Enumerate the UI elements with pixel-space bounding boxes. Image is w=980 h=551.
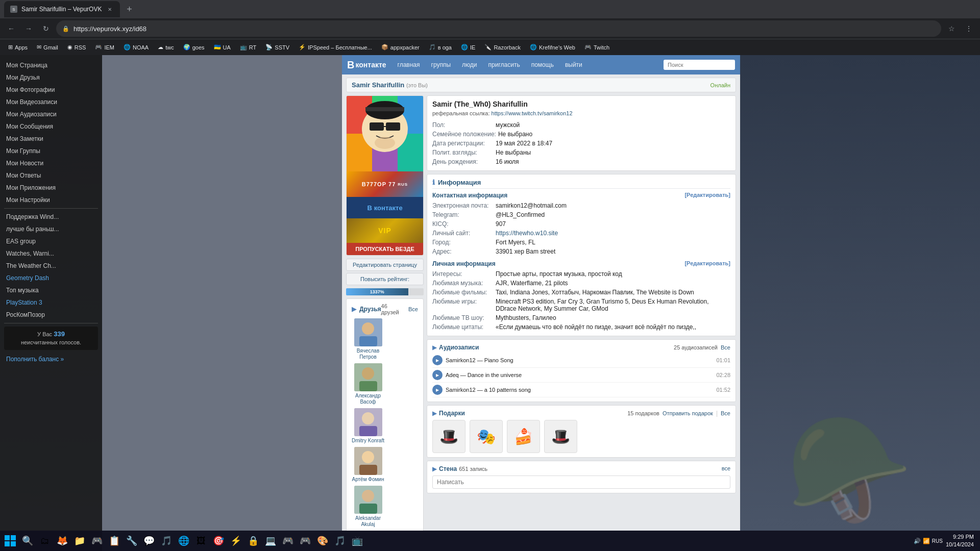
new-tab-button[interactable]: + <box>122 2 136 16</box>
sidebar-link-support[interactable]: Поддержка Wind... <box>0 211 102 223</box>
taskbar-lock-button[interactable]: 🔒 <box>245 533 261 549</box>
sidebar-link-geometry-dash[interactable]: Geometry Dash <box>0 272 102 284</box>
website-value[interactable]: https://thewho.w10.site <box>496 230 558 237</box>
refresh-button[interactable]: ↻ <box>39 21 53 36</box>
friend-item-4[interactable]: Артём Фомин <box>352 447 384 483</box>
profile-banner-pusk[interactable]: ПРОПУСКАТЬ ВЕЗДЕ <box>347 243 423 255</box>
contact-info-edit[interactable]: [Редактировать] <box>684 192 730 199</box>
bookmark-twitch[interactable]: 🎮 Twitch <box>580 42 614 52</box>
tab-close-button[interactable]: ✕ <box>106 5 114 13</box>
taskbar-search-button[interactable]: 🔍 <box>19 533 36 549</box>
friend-item-3[interactable]: Dmitry Konraft <box>352 408 384 444</box>
sidebar-item-answers[interactable]: Мои Ответы <box>0 169 102 182</box>
friend-item-5[interactable]: Aleksandar Akulaj <box>352 486 384 528</box>
forward-button[interactable]: → <box>21 21 36 36</box>
sidebar-link-roscom[interactable]: РосКомПозор <box>0 309 102 321</box>
taskbar-computer-button[interactable]: 💻 <box>262 533 279 549</box>
menu-button[interactable]: ⋮ <box>962 21 976 36</box>
sidebar-item-photos[interactable]: Мои Фотографии <box>0 84 102 96</box>
sidebar-item-my-page[interactable]: Моя Страница <box>0 59 102 71</box>
taskbar-folder-button[interactable]: 📁 <box>71 533 88 549</box>
vk-nav-logout[interactable]: выйти <box>560 59 587 70</box>
bookmark-ua[interactable]: 🇺🇦 UA <box>210 42 235 52</box>
vk-nav-home[interactable]: главная <box>393 59 425 70</box>
taskbar-power-button[interactable]: ⚡ <box>228 533 244 549</box>
sidebar-link-earlier[interactable]: лучше бы раньш... <box>0 223 102 235</box>
sidebar-item-settings[interactable]: Мои Настройки <box>0 194 102 206</box>
bookmark-goes[interactable]: 🌍 goes <box>179 42 209 52</box>
taskbar-vlc-button[interactable]: 📺 <box>349 533 365 549</box>
sidebar-item-messages[interactable]: Мои Сообщения <box>0 120 102 133</box>
bookmark-gmail[interactable]: ✉ Gmail <box>33 42 62 52</box>
bookmark-iem[interactable]: 🎮 IEM <box>91 42 118 52</box>
lang-indicator[interactable]: RUS <box>932 538 943 544</box>
taskbar-steam-button[interactable]: 🎮 <box>89 533 105 549</box>
wall-all-link[interactable]: все <box>722 465 730 472</box>
taskbar-paint-button[interactable]: 🎨 <box>314 533 331 549</box>
bookmark-appxpacker[interactable]: 📦 appxpacker <box>377 42 424 52</box>
taskbar-clipboard-button[interactable]: 📋 <box>106 533 122 549</box>
audio-item-2[interactable]: ▶ Adeq — Dance in the universe 02:28 <box>432 368 730 383</box>
personal-info-edit[interactable]: [Редактировать] <box>684 260 730 267</box>
sidebar-link-weather[interactable]: The Weather Ch... <box>0 260 102 272</box>
referral-url[interactable]: https://www.twitch.tv/samirkon12 <box>492 110 573 116</box>
star-button[interactable]: ☆ <box>944 21 959 36</box>
sidebar-item-news[interactable]: Мои Новости <box>0 157 102 169</box>
taskbar-music-button[interactable]: 🎵 <box>158 533 175 549</box>
back-button[interactable]: ← <box>4 21 18 36</box>
friend-item-2[interactable]: Александр Васоф <box>352 363 384 405</box>
sidebar-item-apps[interactable]: Мои Приложения <box>0 182 102 194</box>
sidebar-item-videos[interactable]: Мои Видеозаписи <box>0 96 102 108</box>
bookmark-noaa[interactable]: 🌐 NOAA <box>119 42 153 52</box>
bookmark-ie[interactable]: 🌐 IE <box>457 42 479 52</box>
gifts-all-link[interactable]: Все <box>721 410 730 416</box>
vk-search-input[interactable] <box>664 60 735 70</box>
active-tab[interactable]: S Samir Sharifullin – VepurOVK ✕ <box>4 1 120 17</box>
sidebar-link-eas[interactable]: EAS group <box>0 235 102 247</box>
bookmark-krefifne[interactable]: 🌐 Krefifne's Web <box>526 42 579 52</box>
audio-all-link[interactable]: Все <box>721 344 730 350</box>
bookmark-twc[interactable]: ☁ twc <box>154 42 178 52</box>
vk-nav-groups[interactable]: группы <box>426 59 456 70</box>
bookmark-rss[interactable]: ◉ RSS <box>63 42 90 52</box>
edit-page-button[interactable]: Редактировать страницу <box>346 259 424 271</box>
sidebar-item-groups[interactable]: Мои Группы <box>0 145 102 157</box>
taskbar-target-button[interactable]: 🎯 <box>210 533 227 549</box>
taskbar-files-button[interactable]: 🗂 <box>37 533 53 549</box>
boost-rating-button[interactable]: Повысить рейтинг: <box>346 273 424 285</box>
sidebar-balance-link[interactable]: Пополнить баланс » <box>0 353 102 365</box>
bookmark-rt[interactable]: 📺 RT <box>236 42 260 52</box>
taskbar-audio-button[interactable]: 🎵 <box>332 533 348 549</box>
vk-search[interactable] <box>664 60 735 70</box>
bookmark-voga[interactable]: 🎵 в oga <box>425 42 456 52</box>
sidebar-link-top-music[interactable]: Топ музыка <box>0 284 102 296</box>
vk-nav-people[interactable]: люди <box>457 59 482 70</box>
sidebar-item-friends[interactable]: Мои Друзья <box>0 71 102 84</box>
audio-item-3[interactable]: ▶ Samirkon12 — a 10 patterns song 01:52 <box>432 383 730 397</box>
bookmark-apps[interactable]: ⊞ Apps <box>4 42 32 52</box>
bookmark-razorback[interactable]: 🔪 Razorback <box>480 42 525 52</box>
play-button-1[interactable]: ▶ <box>432 355 443 365</box>
sidebar-item-audio[interactable]: Мои Аудиозаписи <box>0 108 102 120</box>
vk-nav-help[interactable]: помощь <box>526 59 559 70</box>
friends-all-link[interactable]: Все <box>408 306 418 312</box>
gifts-send-link[interactable]: Отправить подарок <box>663 410 713 416</box>
start-button[interactable] <box>2 533 18 549</box>
play-button-2[interactable]: ▶ <box>432 370 443 380</box>
taskbar-images-button[interactable]: 🖼 <box>193 533 209 549</box>
friend-item-1[interactable]: Вячеслав Петров <box>352 318 384 360</box>
taskbar-firefox-button[interactable]: 🦊 <box>54 533 70 549</box>
address-bar[interactable]: 🔒 https://vepurovk.xyz/id68 <box>56 20 941 37</box>
sidebar-link-playstation[interactable]: PlayStation 3 <box>0 296 102 309</box>
audio-item-1[interactable]: ▶ Samirkon12 — Piano Song 01:01 <box>432 353 730 368</box>
taskbar-discord-button[interactable]: 💬 <box>141 533 157 549</box>
play-button-3[interactable]: ▶ <box>432 385 443 395</box>
taskbar-settings-button[interactable]: 🔧 <box>124 533 140 549</box>
bookmark-sstv[interactable]: 📡 SSTV <box>261 42 293 52</box>
sidebar-link-watches[interactable]: Watches, Warni... <box>0 247 102 260</box>
wall-write-input[interactable] <box>432 475 730 489</box>
taskbar-game1-button[interactable]: 🎮 <box>280 533 296 549</box>
bookmark-ipspeed[interactable]: ⚡ IPSpeed – Бесплатные... <box>295 42 376 52</box>
vk-nav-invite[interactable]: пригласить <box>483 59 525 70</box>
taskbar-browser-button[interactable]: 🌐 <box>176 533 192 549</box>
